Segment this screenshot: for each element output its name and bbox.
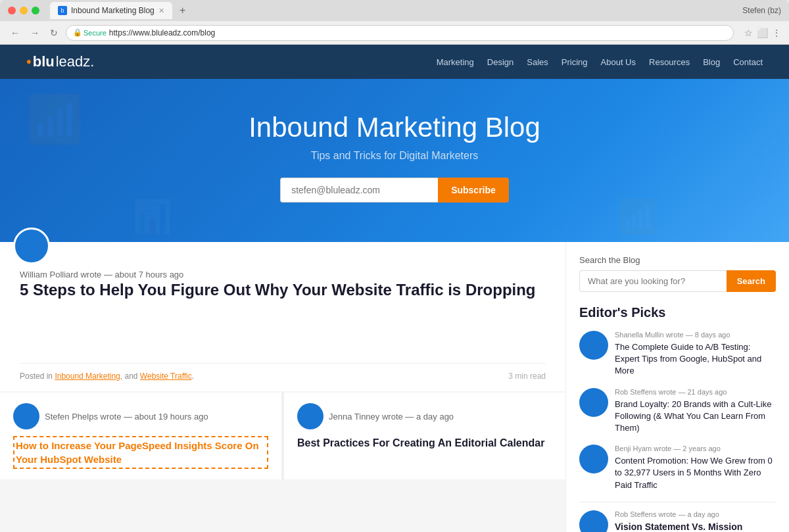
browser-chrome: b Inbound Marketing Blog ✕ + Stefen (bz)… (0, 0, 789, 45)
hero-subtitle: Tips and Tricks for Digital Marketers (311, 150, 479, 162)
close-button[interactable] (8, 7, 16, 14)
tab-favicon: b (58, 6, 67, 15)
post-1-author-row: Jenna Tinney wrote — a day ago (297, 403, 552, 429)
search-section: Search the Blog Search (579, 255, 776, 292)
nav-contact[interactable]: Contact (733, 57, 763, 67)
star-icon[interactable]: ☆ (744, 28, 753, 38)
search-input[interactable] (579, 270, 727, 292)
post-0-wrote: wrote — (101, 412, 132, 422)
traffic-lights (8, 7, 39, 14)
new-tab-button[interactable]: + (175, 3, 191, 18)
pick-1-title[interactable]: Brand Loyalty: 20 Brands with a Cult-Lik… (615, 399, 776, 435)
post-0-title[interactable]: How to Increase Your PageSpeed Insights … (13, 436, 268, 469)
pick-2-avatar (579, 445, 608, 473)
pick-item-0: Shanella Mullin wrote — 8 days ago The C… (579, 331, 776, 377)
hero-subscribe-form: Subscribe (280, 178, 509, 203)
featured-post-time: about 7 hours ago (115, 270, 184, 279)
nav-about[interactable]: About Us (601, 57, 636, 67)
sidebar: Search the Blog Search Editor's Picks Sh… (565, 242, 789, 532)
pick-0-content: Shanella Mullin wrote — 8 days ago The C… (615, 331, 776, 377)
pick-0-author: Shanella Mullin wrote — 8 days ago (615, 331, 776, 339)
post-2-content: Rob Steffens wrote — a day ago Vision St… (615, 510, 776, 532)
pick-1-avatar (579, 388, 608, 417)
featured-wrote-label: wrote — (80, 270, 112, 279)
active-tab[interactable]: b Inbound Marketing Blog ✕ (50, 2, 172, 19)
tag-website-traffic[interactable]: Website Traffic (140, 372, 192, 381)
pick-2-author: Benji Hyam wrote — 2 years ago (615, 445, 776, 452)
website-content: • blu leadz. Marketing Design Sales Pric… (0, 45, 789, 532)
pick-1-author: Rob Steffens wrote — 21 days ago (615, 388, 776, 396)
forward-button[interactable]: → (28, 26, 42, 39)
pick-item-2: Benji Hyam wrote — 2 years ago Content P… (579, 445, 776, 491)
nav-design[interactable]: Design (487, 57, 514, 67)
post-1-wrote: wrote — (382, 412, 414, 422)
logo-blu: blu (33, 53, 55, 70)
tag-inbound-marketing[interactable]: Inbound Marketing (55, 372, 120, 381)
post-card-1: Jenna Tinney wrote — a day ago Best Prac… (283, 393, 565, 479)
pick-0-avatar (579, 331, 608, 360)
post-1-avatar (297, 403, 323, 429)
window-icon[interactable]: ⬜ (757, 28, 768, 38)
featured-post: William Polliard wrote — about 7 hours a… (0, 242, 565, 391)
featured-author-name: William Polliard (20, 270, 78, 279)
posted-and: and (124, 372, 137, 381)
editors-picks-title: Editor's Picks (579, 305, 776, 320)
post-content-placeholder (20, 310, 546, 350)
post-card-2-sidebar: Rob Steffens wrote — a day ago Vision St… (579, 502, 776, 532)
post-1-time: a day ago (416, 412, 454, 422)
main-content: William Polliard wrote — about 7 hours a… (0, 242, 789, 532)
post-1-title[interactable]: Best Practices For Creating An Editorial… (297, 436, 552, 450)
logo-leadz: leadz. (56, 53, 95, 70)
hero-subscribe-button[interactable]: Subscribe (438, 178, 509, 203)
nav-pricing[interactable]: Pricing (562, 57, 588, 67)
browser-titlebar: b Inbound Marketing Blog ✕ + Stefen (bz) (0, 0, 789, 21)
search-form: Search (579, 270, 776, 292)
reload-button[interactable]: ↻ (47, 26, 60, 39)
nav-links: Marketing Design Sales Pricing About Us … (437, 57, 763, 67)
logo[interactable]: • blu leadz. (26, 53, 94, 70)
address-bar[interactable]: 🔒 Secure https://www.bluleadz.com/blog (66, 25, 734, 41)
hero-email-input[interactable] (280, 178, 438, 203)
small-posts-row: Stefen Phelps wrote — about 19 hours ago… (0, 393, 565, 479)
search-button[interactable]: Search (727, 270, 776, 292)
browser-toolbar: ← → ↻ 🔒 Secure https://www.bluleadz.com/… (0, 21, 789, 45)
pick-0-title[interactable]: The Complete Guide to A/B Testing: Exper… (615, 341, 776, 377)
featured-post-title: 5 Steps to Help You Figure Out Why Your … (20, 279, 546, 300)
posted-prefix: Posted in (20, 372, 53, 381)
featured-post-title-link[interactable]: 5 Steps to Help You Figure Out Why Your … (20, 281, 536, 299)
post-1-author-name: Jenna Tinney (329, 412, 379, 422)
tab-title: Inbound Marketing Blog (71, 6, 155, 15)
read-time: 3 min read (508, 372, 546, 381)
post-0-author-row: Stefen Phelps wrote — about 19 hours ago (13, 403, 268, 429)
nav-sales[interactable]: Sales (527, 57, 548, 67)
post-1-author-info: Jenna Tinney wrote — a day ago (329, 412, 454, 422)
post-2-title[interactable]: Vision Statement Vs. Mission Statement: … (615, 521, 776, 532)
nav-marketing[interactable]: Marketing (437, 57, 474, 67)
nav-blog[interactable]: Blog (703, 57, 720, 67)
editors-picks: Editor's Picks Shanella Mullin wrote — 8… (579, 305, 776, 532)
back-button[interactable]: ← (8, 26, 22, 39)
posts-column: William Polliard wrote — about 7 hours a… (0, 242, 565, 532)
pick-2-content: Benji Hyam wrote — 2 years ago Content P… (615, 445, 776, 491)
pick-item-1: Rob Steffens wrote — 21 days ago Brand L… (579, 388, 776, 435)
secure-badge: 🔒 Secure (73, 28, 107, 37)
hero-title: Inbound Marketing Blog (249, 112, 540, 143)
hero-section: 📶 </> ↺ </> 📊 📶 Inbound Marketing Blog T… (0, 79, 789, 242)
featured-author-avatar (13, 228, 50, 264)
post-0-author-info: Stefen Phelps wrote — about 19 hours ago (45, 412, 208, 422)
post-0-author-name: Stefen Phelps (45, 412, 98, 422)
maximize-button[interactable] (32, 7, 39, 14)
post-0-avatar (13, 403, 39, 429)
post-tags: Posted in Inbound Marketing, and Website… (20, 372, 194, 381)
minimize-button[interactable] (20, 7, 28, 14)
post-2-avatar (579, 510, 608, 532)
tab-close-icon[interactable]: ✕ (158, 7, 164, 15)
menu-icon[interactable]: ⋮ (772, 28, 781, 38)
pick-1-content: Rob Steffens wrote — 21 days ago Brand L… (615, 388, 776, 435)
pick-2-title[interactable]: Content Promotion: How We Grew from 0 to… (615, 455, 776, 491)
user-badge: Stefen (bz) (742, 6, 781, 15)
nav-resources[interactable]: Resources (649, 57, 690, 67)
toolbar-icons: ☆ ⬜ ⋮ (744, 28, 781, 38)
tab-bar: b Inbound Marketing Blog ✕ + (50, 2, 737, 19)
post-0-time: about 19 hours ago (135, 412, 208, 422)
